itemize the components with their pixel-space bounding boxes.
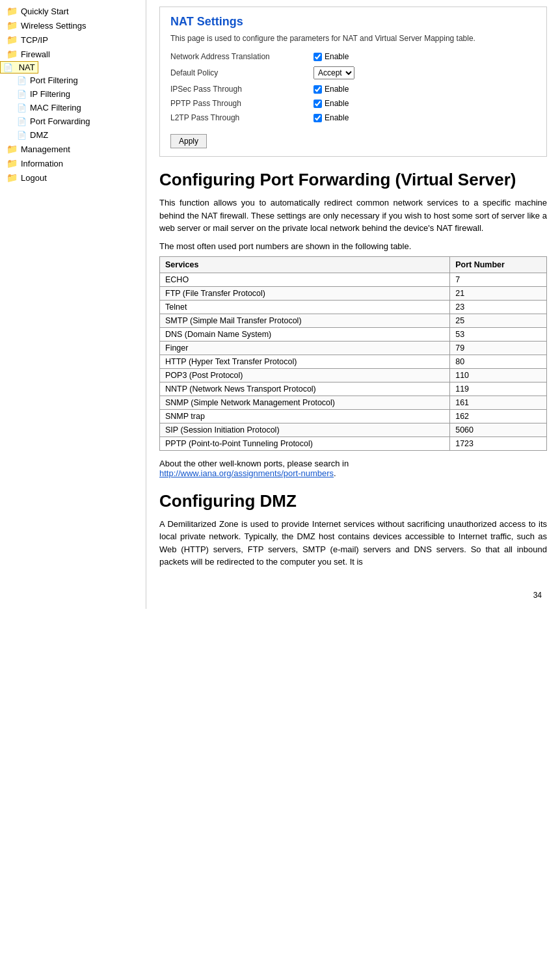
sidebar-label-dmz: DMZ bbox=[30, 130, 48, 140]
sidebar-label-quickly-start: Quickly Start bbox=[21, 7, 69, 16]
table-row: NNTP (Network News Transport Protocol)11… bbox=[160, 382, 547, 396]
folder-icon-wireless: 📁 bbox=[7, 20, 18, 31]
folder-icon-logout: 📁 bbox=[7, 172, 18, 183]
sidebar-item-nat[interactable]: 📄 NAT bbox=[0, 61, 38, 74]
table-cell-service: Telnet bbox=[160, 300, 450, 314]
table-cell-service: FTP (File Transfer Protocol) bbox=[160, 286, 450, 300]
table-cell-port: 23 bbox=[450, 300, 547, 314]
table-row: SIP (Session Initiation Protocol)5060 bbox=[160, 423, 547, 436]
sidebar-item-dmz[interactable]: 📄 DMZ bbox=[0, 128, 146, 142]
nat-label-translation: Network Address Translation bbox=[170, 52, 313, 61]
sidebar-label-port-forwarding: Port Forwarding bbox=[30, 116, 90, 126]
checkbox-pptp[interactable] bbox=[313, 100, 322, 108]
file-icon-ip-filtering: 📄 bbox=[17, 90, 27, 99]
table-cell-port: 79 bbox=[450, 341, 547, 355]
table-cell-port: 53 bbox=[450, 327, 547, 341]
checkbox-l2tp[interactable] bbox=[313, 114, 322, 122]
sidebar-label-wireless-settings: Wireless Settings bbox=[21, 21, 86, 31]
sidebar-item-ip-filtering[interactable]: 📄 IP Filtering bbox=[0, 87, 146, 101]
sidebar-label-firewall: Firewall bbox=[21, 49, 50, 59]
nat-control-ipsec: Enable bbox=[313, 85, 349, 94]
table-cell-port: 110 bbox=[450, 368, 547, 382]
table-cell-port: 119 bbox=[450, 382, 547, 396]
nat-label-policy: Default Policy bbox=[170, 68, 313, 77]
iana-link[interactable]: http://www.iana.org/assignments/port-num… bbox=[159, 468, 334, 478]
table-cell-port: 162 bbox=[450, 409, 547, 423]
table-cell-port: 7 bbox=[450, 273, 547, 286]
file-icon-port-filtering: 📄 bbox=[17, 76, 27, 85]
nat-label-l2tp: L2TP Pass Through bbox=[170, 113, 313, 122]
nat-row-policy: Default Policy Accept Drop bbox=[170, 66, 536, 79]
table-row: Finger79 bbox=[160, 341, 547, 355]
checkbox-text-pptp: Enable bbox=[325, 99, 349, 108]
checkbox-ipsec[interactable] bbox=[313, 85, 322, 94]
sidebar-item-port-forwarding[interactable]: 📄 Port Forwarding bbox=[0, 114, 146, 128]
folder-icon-tcpip: 📁 bbox=[7, 34, 18, 45]
checkbox-label-pptp[interactable]: Enable bbox=[313, 99, 349, 108]
file-icon-nat: 📄 bbox=[3, 63, 13, 72]
nat-title: NAT Settings bbox=[170, 15, 536, 29]
table-cell-service: Finger bbox=[160, 341, 450, 355]
table-row: Telnet23 bbox=[160, 300, 547, 314]
sidebar: 📁 Quickly Start 📁 Wireless Settings 📁 TC… bbox=[0, 0, 146, 609]
sidebar-item-quickly-start[interactable]: 📁 Quickly Start bbox=[0, 4, 146, 18]
section1-para1: This function allows you to automaticall… bbox=[159, 196, 547, 235]
policy-select[interactable]: Accept Drop bbox=[313, 66, 354, 79]
table-cell-port: 80 bbox=[450, 355, 547, 368]
link-paragraph: About the other well-known ports, please… bbox=[159, 459, 547, 478]
link-suffix: . bbox=[334, 468, 336, 478]
folder-icon-information: 📁 bbox=[7, 158, 18, 168]
sidebar-label-port-filtering: Port Filtering bbox=[30, 75, 78, 85]
table-row: SNMP trap162 bbox=[160, 409, 547, 423]
table-cell-service: HTTP (Hyper Text Transfer Protocol) bbox=[160, 355, 450, 368]
table-row: ECHO7 bbox=[160, 273, 547, 286]
nat-label-pptp: PPTP Pass Through bbox=[170, 99, 313, 108]
table-row: SMTP (Simple Mail Transfer Protocol)25 bbox=[160, 314, 547, 327]
sidebar-item-tcp-ip[interactable]: 📁 TCP/IP bbox=[0, 33, 146, 47]
table-cell-port: 1723 bbox=[450, 436, 547, 450]
sidebar-label-mac-filtering: MAC Filtering bbox=[30, 103, 81, 113]
sidebar-item-wireless-settings[interactable]: 📁 Wireless Settings bbox=[0, 18, 146, 33]
sidebar-label-tcp-ip: TCP/IP bbox=[21, 35, 48, 45]
checkbox-translation[interactable] bbox=[313, 53, 322, 61]
table-cell-port: 5060 bbox=[450, 423, 547, 436]
table-cell-service: DNS (Domain Name System) bbox=[160, 327, 450, 341]
folder-icon-firewall: 📁 bbox=[7, 49, 18, 59]
checkbox-label-translation[interactable]: Enable bbox=[313, 52, 349, 61]
section1-para2: The most often used port numbers are sho… bbox=[159, 241, 547, 251]
checkbox-label-ipsec[interactable]: Enable bbox=[313, 85, 349, 94]
nat-description: This page is used to configure the param… bbox=[170, 34, 536, 43]
apply-button[interactable]: Apply bbox=[170, 134, 207, 148]
table-cell-port: 161 bbox=[450, 396, 547, 409]
checkbox-label-l2tp[interactable]: Enable bbox=[313, 113, 349, 122]
table-cell-service: PPTP (Point-to-Point Tunneling Protocol) bbox=[160, 436, 450, 450]
sidebar-label-information: Information bbox=[21, 159, 63, 168]
table-cell-service: ECHO bbox=[160, 273, 450, 286]
sidebar-item-information[interactable]: 📁 Information bbox=[0, 156, 146, 170]
section2-para: A Demilitarized Zone is used to provide … bbox=[159, 518, 547, 569]
nat-row-ipsec: IPSec Pass Through Enable bbox=[170, 85, 536, 94]
nat-row-l2tp: L2TP Pass Through Enable bbox=[170, 113, 536, 122]
sidebar-item-mac-filtering[interactable]: 📄 MAC Filtering bbox=[0, 101, 146, 114]
table-cell-service: SIP (Session Initiation Protocol) bbox=[160, 423, 450, 436]
table-cell-port: 25 bbox=[450, 314, 547, 327]
sidebar-label-ip-filtering: IP Filtering bbox=[30, 89, 70, 99]
checkbox-text-l2tp: Enable bbox=[325, 113, 349, 122]
nat-row-pptp: PPTP Pass Through Enable bbox=[170, 99, 536, 108]
sidebar-item-management[interactable]: 📁 Management bbox=[0, 142, 146, 156]
document-content: Configuring Port Forwarding (Virtual Ser… bbox=[159, 170, 547, 588]
sidebar-item-port-filtering[interactable]: 📄 Port Filtering bbox=[0, 74, 146, 87]
section2-heading: Configuring DMZ bbox=[159, 491, 547, 511]
nat-control-l2tp: Enable bbox=[313, 113, 349, 122]
sidebar-item-firewall[interactable]: 📁 Firewall bbox=[0, 47, 146, 61]
table-cell-service: SNMP (Simple Network Management Protocol… bbox=[160, 396, 450, 409]
checkbox-text-translation: Enable bbox=[325, 52, 349, 61]
file-icon-mac-filtering: 📄 bbox=[17, 103, 27, 113]
sidebar-item-logout[interactable]: 📁 Logout bbox=[0, 170, 146, 185]
sidebar-label-nat: NAT bbox=[19, 62, 35, 72]
nat-control-pptp: Enable bbox=[313, 99, 349, 108]
nat-label-ipsec: IPSec Pass Through bbox=[170, 85, 313, 94]
table-cell-service: SMTP (Simple Mail Transfer Protocol) bbox=[160, 314, 450, 327]
file-icon-dmz: 📄 bbox=[17, 131, 27, 140]
sidebar-label-management: Management bbox=[21, 144, 70, 154]
